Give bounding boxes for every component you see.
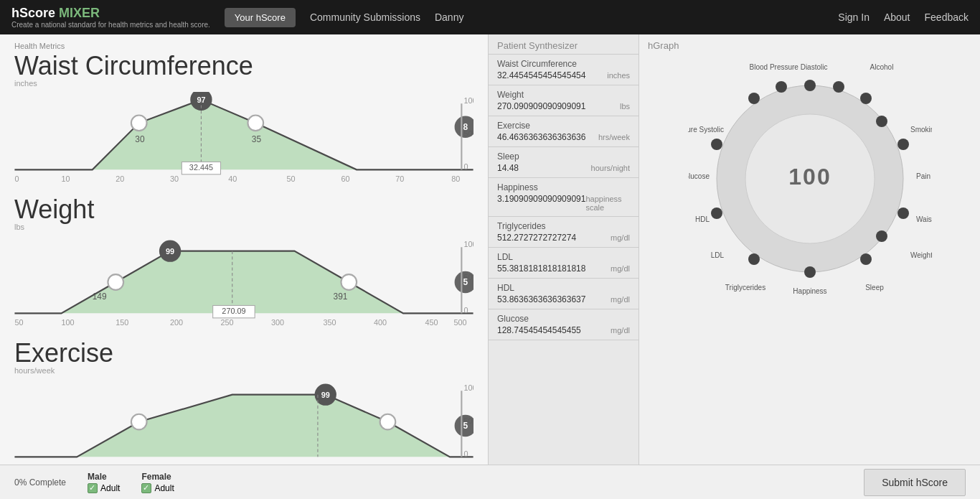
svg-text:0: 0 bbox=[464, 162, 468, 171]
ps-value: 512.2727272727274 bbox=[497, 233, 576, 243]
ps-unit: mg/dl bbox=[611, 326, 630, 335]
svg-marker-25 bbox=[14, 251, 473, 314]
community-submissions-link[interactable]: Community Submissions bbox=[310, 11, 420, 23]
svg-text:Sleep: Sleep bbox=[865, 284, 884, 292]
footer: 0% Complete Male Adult Female Adult Subm… bbox=[0, 465, 980, 499]
svg-text:0: 0 bbox=[14, 174, 19, 183]
svg-text:100: 100 bbox=[61, 318, 74, 327]
ps-unit: inches bbox=[607, 71, 630, 80]
svg-point-70 bbox=[860, 253, 872, 265]
svg-text:0: 0 bbox=[464, 306, 468, 314]
svg-point-4 bbox=[248, 116, 263, 131]
svg-text:Weight: Weight bbox=[910, 251, 932, 259]
ps-row: Sleep 14.48 hours/night bbox=[489, 147, 639, 178]
danny-link[interactable]: Danny bbox=[435, 11, 463, 23]
svg-point-79 bbox=[876, 230, 887, 242]
svg-text:Smoking: Smoking bbox=[910, 126, 932, 134]
ps-row: Triglycerides 512.2727272727274 mg/dl bbox=[489, 217, 639, 248]
hgraph-panel: hGraph 100 bbox=[639, 34, 980, 465]
brand-subtitle: Create a national standard for health me… bbox=[11, 21, 210, 29]
ps-unit: mg/dl bbox=[611, 233, 630, 242]
svg-text:99: 99 bbox=[166, 247, 174, 256]
signin-link[interactable]: Sign In bbox=[838, 11, 870, 23]
ps-row: Glucose 128.74545454545455 mg/dl bbox=[489, 309, 639, 340]
ps-label: HDL bbox=[497, 283, 630, 293]
svg-text:250: 250 bbox=[221, 318, 234, 327]
svg-point-73 bbox=[711, 207, 722, 219]
exercise-chart: 99 100 50 0 5 bbox=[14, 379, 473, 465]
ps-unit: hours/night bbox=[591, 164, 630, 172]
ps-value: 46.4636363636363636 bbox=[497, 132, 585, 142]
svg-text:100: 100 bbox=[788, 164, 831, 190]
ps-label: Weight bbox=[497, 90, 630, 100]
ps-value: 3.19090909090909091 bbox=[497, 194, 585, 204]
svg-point-54 bbox=[131, 414, 147, 430]
left-panel: Health Metrics Waist Circumference inche… bbox=[0, 34, 488, 465]
ps-value-row: 46.4636363636363636 hrs/week bbox=[497, 132, 630, 142]
svg-text:35: 35 bbox=[252, 134, 262, 144]
svg-text:60: 60 bbox=[341, 174, 349, 183]
hgraph-title: hGraph bbox=[648, 40, 971, 51]
ps-value-row: 128.74545454545455 mg/dl bbox=[497, 325, 630, 335]
ps-label: Exercise bbox=[497, 121, 630, 131]
svg-text:270.09: 270.09 bbox=[222, 307, 245, 315]
weight-chart: 99 149 391 270.09 50 100 150 200 250 300… bbox=[14, 235, 473, 329]
male-group: Male Adult bbox=[88, 472, 120, 493]
svg-text:150: 150 bbox=[116, 318, 128, 327]
svg-text:20: 20 bbox=[116, 174, 124, 183]
ps-label: Glucose bbox=[497, 314, 630, 324]
svg-point-29 bbox=[341, 274, 357, 290]
svg-text:Glucose: Glucose bbox=[688, 172, 710, 180]
ps-label: LDL bbox=[497, 252, 630, 262]
your-hscore-button[interactable]: Your hScore bbox=[225, 8, 296, 27]
brand: hScore MIXER Create a national standard … bbox=[11, 6, 210, 29]
nav-right: Sign In About Feedback bbox=[838, 11, 969, 23]
svg-text:32.445: 32.445 bbox=[189, 163, 213, 172]
feedback-link[interactable]: Feedback bbox=[925, 11, 969, 23]
svg-text:Pain: Pain bbox=[916, 172, 930, 180]
ps-unit: mg/dl bbox=[611, 264, 630, 273]
svg-point-77 bbox=[776, 81, 787, 93]
svg-point-67 bbox=[860, 93, 872, 104]
svg-text:30: 30 bbox=[135, 134, 145, 144]
svg-text:350: 350 bbox=[324, 318, 336, 327]
ps-value-row: 55.3818181818181818 mg/dl bbox=[497, 264, 630, 274]
svg-text:300: 300 bbox=[271, 318, 284, 327]
ps-unit: mg/dl bbox=[611, 295, 630, 304]
female-adult-check-icon[interactable] bbox=[141, 483, 151, 493]
submit-hscore-button[interactable]: Submit hScore bbox=[864, 469, 966, 496]
ps-value-row: 53.8636363636363637 mg/dl bbox=[497, 294, 630, 304]
navbar: hScore MIXER Create a national standard … bbox=[0, 0, 980, 34]
svg-text:10: 10 bbox=[61, 174, 70, 183]
svg-text:80: 80 bbox=[451, 174, 460, 183]
male-adult-checkbox[interactable]: Adult bbox=[88, 483, 120, 493]
svg-point-69 bbox=[897, 207, 909, 219]
brand-mixer: MIXER bbox=[59, 6, 100, 20]
waist-chart: 97 30 35 32.445 0 10 20 30 bbox=[14, 92, 473, 185]
female-adult-checkbox[interactable]: Adult bbox=[141, 483, 174, 493]
weight-title: Weight bbox=[14, 197, 473, 223]
ps-label: Triglycerides bbox=[497, 221, 630, 231]
svg-point-28 bbox=[108, 274, 123, 290]
ps-value: 14.48 bbox=[497, 163, 519, 173]
ps-value: 32.4454545454545454 bbox=[497, 70, 585, 80]
progress-indicator: 0% Complete bbox=[14, 477, 66, 488]
ps-value: 55.3818181818181818 bbox=[497, 264, 585, 274]
about-link[interactable]: About bbox=[884, 11, 910, 23]
svg-text:500: 500 bbox=[454, 318, 467, 327]
main-layout: Health Metrics Waist Circumference inche… bbox=[0, 34, 980, 465]
svg-text:Happiness: Happiness bbox=[793, 287, 826, 295]
ps-unit: happiness scale bbox=[585, 195, 630, 212]
svg-point-72 bbox=[748, 253, 760, 265]
svg-text:100: 100 bbox=[464, 383, 473, 392]
ps-unit: hrs/week bbox=[598, 133, 630, 141]
ps-value-row: 270.090909090909091 lbs bbox=[497, 101, 630, 111]
ps-label: Waist Circumference bbox=[497, 59, 630, 69]
svg-text:Blood Pressure Systolic: Blood Pressure Systolic bbox=[688, 126, 724, 134]
ps-row: LDL 55.3818181818181818 mg/dl bbox=[489, 248, 639, 279]
female-group: Female Adult bbox=[141, 472, 174, 493]
male-adult-check-icon[interactable] bbox=[88, 483, 98, 493]
svg-point-3 bbox=[131, 116, 147, 131]
svg-text:8: 8 bbox=[463, 122, 468, 132]
exercise-metric-section: Exercise hours/week 99 100 50 0 5 bbox=[14, 340, 473, 465]
